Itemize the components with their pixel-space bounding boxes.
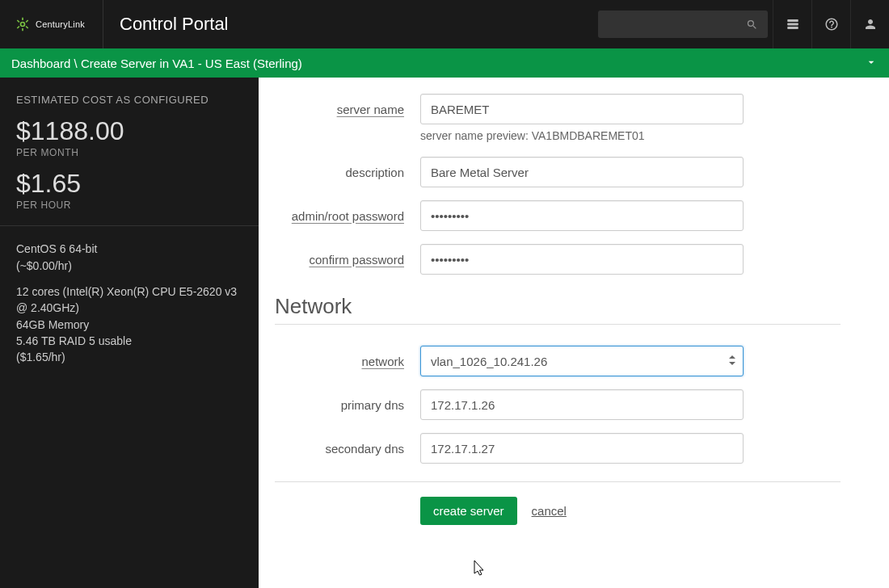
svg-line-4 xyxy=(26,27,27,29)
main-layout: ESTIMATED COST AS CONFIGURED $1188.00 PE… xyxy=(0,78,889,588)
breadcrumb-toggle[interactable] xyxy=(865,56,878,71)
sidebar-divider xyxy=(0,225,259,226)
server-name-label: server name xyxy=(275,103,420,116)
server-name-preview: server name preview: VA1BMDBAREMET01 xyxy=(420,129,645,142)
description-input[interactable] xyxy=(420,157,744,187)
primary-dns-label: primary dns xyxy=(275,398,420,412)
help-icon xyxy=(824,17,839,32)
breadcrumb-text[interactable]: Dashboard \ Create Server in VA1 - US Ea… xyxy=(11,57,302,70)
svg-line-5 xyxy=(17,27,19,29)
monthly-price: $1188.00 xyxy=(16,117,242,145)
per-month-label: PER MONTH xyxy=(16,147,242,158)
servers-icon-button[interactable] xyxy=(773,0,811,48)
brand-name: CenturyLink xyxy=(36,19,85,29)
search-input[interactable] xyxy=(598,10,768,38)
svg-line-3 xyxy=(17,20,19,23)
os-spec: CentOS 6 64-bit (~$0.00/hr) xyxy=(16,241,242,274)
centurylink-logo-icon xyxy=(15,16,31,32)
cost-sidebar: ESTIMATED COST AS CONFIGURED $1188.00 PE… xyxy=(0,78,259,588)
form-content: server name server name preview: VA1BMDB… xyxy=(259,78,889,588)
confirm-password-input[interactable] xyxy=(420,244,744,275)
svg-point-0 xyxy=(21,23,25,27)
svg-rect-7 xyxy=(787,19,798,22)
user-icon xyxy=(863,17,878,32)
network-label: network xyxy=(275,355,420,368)
cost-heading: ESTIMATED COST AS CONFIGURED xyxy=(16,94,242,106)
primary-dns-input[interactable] xyxy=(420,389,744,420)
svg-rect-8 xyxy=(787,23,798,26)
servers-icon xyxy=(786,17,800,32)
password-input[interactable] xyxy=(420,200,744,231)
secondary-dns-label: secondary dns xyxy=(275,442,420,456)
brand-logo[interactable]: CenturyLink xyxy=(0,0,103,48)
create-server-button[interactable]: create server xyxy=(420,497,517,525)
top-bar: CenturyLink Control Portal xyxy=(0,0,889,48)
server-name-input[interactable] xyxy=(420,94,744,124)
password-label: admin/root password xyxy=(275,209,420,223)
network-select[interactable]: vlan_1026_10.241.26 xyxy=(420,346,744,376)
svg-rect-9 xyxy=(787,27,798,29)
breadcrumb: Dashboard \ Create Server in VA1 - US Ea… xyxy=(0,48,889,78)
secondary-dns-input[interactable] xyxy=(420,433,744,464)
svg-line-6 xyxy=(26,20,27,23)
network-section-heading: Network xyxy=(275,294,841,319)
user-menu-button[interactable] xyxy=(850,0,889,48)
search-icon xyxy=(746,19,758,31)
hourly-price: $1.65 xyxy=(16,170,242,198)
network-section-divider xyxy=(275,324,841,325)
help-button[interactable] xyxy=(811,0,850,48)
description-label: description xyxy=(275,166,420,179)
chevron-down-icon xyxy=(865,56,878,69)
app-title: Control Portal xyxy=(103,14,598,35)
cancel-link[interactable]: cancel xyxy=(532,504,567,518)
action-divider xyxy=(275,481,841,482)
hw-spec: 12 cores (Intel(R) Xeon(R) CPU E5-2620 v… xyxy=(16,284,242,365)
per-hour-label: PER HOUR xyxy=(16,200,242,211)
confirm-password-label: confirm password xyxy=(275,253,420,267)
